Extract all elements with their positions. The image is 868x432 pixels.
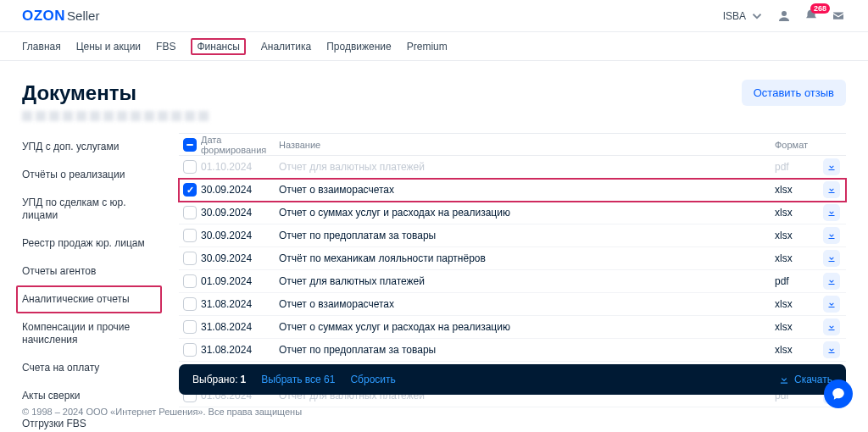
table-row: 01.10.2024Отчет для валютных платежейpdf [179,156,846,179]
user-icon[interactable] [776,8,792,24]
table-row: 01.09.2024Отчет для валютных платежейpdf [179,270,846,293]
download-button[interactable] [823,204,840,221]
col-name[interactable]: Название [279,140,775,150]
table-row: 31.08.2024Отчет по предоплатам за товары… [179,339,846,362]
table-row: 31.08.2024Отчет о суммах услуг и расхода… [179,316,846,339]
download-selected-button[interactable]: Скачать [778,374,832,385]
selection-bar: Выбрано: 1 Выбрать все 61 Сбросить Скача… [179,364,846,395]
row-name: Отчет о взаиморасчетах [279,298,775,310]
row-name: Отчет о суммах услуг и расходах на реали… [279,321,775,333]
sidebar-item-0[interactable]: УПД с доп. услугами [22,133,162,161]
download-button[interactable] [823,273,840,290]
notifications-icon[interactable]: 268 [804,8,819,24]
row-checkbox[interactable] [183,229,197,242]
row-checkbox[interactable] [183,252,197,265]
row-date: 30.09.2024 [201,184,279,196]
sidebar: УПД с доп. услугамиОтчёты о реализацииУП… [22,133,162,432]
row-format: xlsx [775,184,817,196]
documents-table: Дата формирования Название Формат 01.10.… [179,133,846,432]
row-name: Отчет по предоплатам за товары [279,344,775,356]
table-row: 30.09.2024Отчёт по механикам лояльности … [179,247,846,270]
row-date: 01.10.2024 [201,161,279,173]
row-checkbox[interactable] [183,297,197,311]
col-date[interactable]: Дата формирования [201,135,279,155]
row-name: Отчет о взаиморасчетах [279,184,775,196]
table-row: 30.09.2024Отчет о взаиморасчетахxlsx [179,179,846,202]
help-icon[interactable] [831,8,846,24]
row-date: 30.09.2024 [201,230,279,241]
table-row: 30.09.2024Отчет о суммах услуг и расхода… [179,202,846,224]
row-format: pdf [775,275,817,287]
download-button[interactable] [823,181,840,198]
sidebar-item-2[interactable]: УПД по сделкам с юр. лицами [22,189,162,230]
sidebar-item-1[interactable]: Отчёты о реализации [22,161,162,189]
download-button[interactable] [823,227,840,244]
download-button[interactable] [823,296,840,313]
logo-seller: Seller [67,8,99,23]
row-date: 31.08.2024 [201,298,279,310]
table-row: 30.09.2024Отчет по предоплатам за товары… [179,224,846,247]
row-checkbox[interactable] [183,183,197,197]
download-button[interactable] [823,250,840,267]
chevron-down-icon [749,8,765,24]
row-name: Отчет для валютных платежей [279,275,775,287]
nav-item-0[interactable]: Главная [22,41,61,53]
row-name: Отчет для валютных платежей [279,161,775,173]
sidebar-item-4[interactable]: Отчеты агентов [22,258,162,285]
notification-badge: 268 [810,3,830,14]
row-format: xlsx [775,298,817,310]
row-format: xlsx [775,207,817,219]
redacted-filters [22,111,846,125]
reset-selection-link[interactable]: Сбросить [350,374,395,385]
svg-point-0 [782,11,787,16]
chat-icon [831,386,846,402]
footer-copyright: © 1998 – 2024 ООО «Интернет Решения». Вс… [22,407,302,417]
download-button[interactable] [823,318,840,335]
row-date: 30.09.2024 [201,207,279,219]
page-title: Документы [22,81,742,105]
row-format: xlsx [775,344,817,356]
nav-item-5[interactable]: Продвижение [326,41,392,53]
download-icon [778,374,790,385]
selection-count: 1 [240,374,246,385]
download-button[interactable] [823,158,840,175]
row-checkbox[interactable] [183,320,197,334]
row-checkbox[interactable] [183,160,197,174]
selection-label: Выбрано: [192,374,237,385]
row-name: Отчет по предоплатам за товары [279,230,775,241]
nav-item-6[interactable]: Premium [407,41,448,53]
row-date: 31.08.2024 [201,344,279,356]
nav-item-1[interactable]: Цены и акции [76,41,141,53]
row-date: 01.09.2024 [201,275,279,287]
row-date: 31.08.2024 [201,321,279,333]
sidebar-item-7[interactable]: Счета на оплату [22,354,162,382]
seller-name: ISBA [723,10,746,22]
table-header: Дата формирования Название Формат [179,134,846,156]
nav-item-3[interactable]: Финансы [191,38,245,55]
row-checkbox[interactable] [183,274,197,288]
row-format: xlsx [775,252,817,264]
row-format: xlsx [775,230,817,241]
sidebar-item-3[interactable]: Реестр продаж юр. лицам [22,230,162,258]
table-row: 31.08.2024Отчет о взаиморасчетахxlsx [179,293,846,316]
row-name: Отчет о суммах услуг и расходах на реали… [279,207,775,219]
main-nav: ГлавнаяЦены и акцииFBSФинансыАналитикаПр… [0,32,868,61]
nav-item-2[interactable]: FBS [156,41,175,53]
row-checkbox[interactable] [183,343,197,357]
nav-item-4[interactable]: Аналитика [261,41,311,53]
download-button[interactable] [823,341,840,358]
row-date: 30.09.2024 [201,252,279,264]
logo[interactable]: OZON Seller [22,8,99,25]
row-format: xlsx [775,321,817,333]
row-format: pdf [775,161,817,173]
sidebar-item-5[interactable]: Аналитические отчеты [16,285,162,313]
seller-switcher[interactable]: ISBA [723,8,765,24]
sidebar-item-6[interactable]: Компенсации и прочие начисления [22,313,162,354]
logo-ozon: OZON [22,8,65,25]
select-all-link[interactable]: Выбрать все 61 [261,374,335,385]
chat-fab[interactable] [824,379,853,408]
select-all-checkbox[interactable] [183,138,197,152]
feedback-button[interactable]: Оставить отзыв [742,80,846,106]
col-format[interactable]: Формат [775,140,817,150]
row-checkbox[interactable] [183,206,197,219]
